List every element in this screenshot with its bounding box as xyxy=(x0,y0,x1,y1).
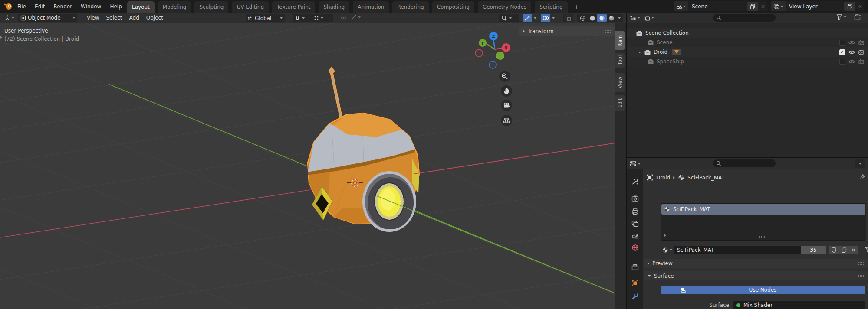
scene-copy-button[interactable] xyxy=(747,2,758,11)
properties-search-input[interactable] xyxy=(713,159,776,167)
tab-rendering[interactable]: Rendering xyxy=(392,1,428,13)
pan-hand-button[interactable] xyxy=(501,85,512,97)
shading-material-button[interactable] xyxy=(597,14,607,22)
gizmo-axis-z-neg[interactable] xyxy=(489,61,497,69)
gizmo-axis-z[interactable]: Z xyxy=(489,32,498,40)
outliner-row-scene-collection[interactable]: Scene Collection xyxy=(627,28,868,38)
panel-drag-handle[interactable] xyxy=(605,29,611,33)
properties-options-dropdown[interactable] xyxy=(855,159,865,168)
gizmo-axis-y[interactable]: Y xyxy=(479,39,487,47)
expand-arrow-icon[interactable] xyxy=(639,49,641,55)
sidebar-tab-edit[interactable]: Edit xyxy=(615,95,625,111)
outliner-filter-dropdown[interactable] xyxy=(836,14,846,20)
proportional-falloff-dropdown[interactable] xyxy=(351,14,361,20)
browse-material-button[interactable] xyxy=(661,246,674,254)
tab-tool-icon[interactable] xyxy=(631,177,639,185)
shading-wireframe-button[interactable] xyxy=(578,14,588,22)
add-workspace-button[interactable]: + xyxy=(571,1,582,13)
tab-view-layer-icon[interactable] xyxy=(631,219,639,228)
snap-target-dropdown[interactable] xyxy=(312,14,333,22)
surface-panel-header[interactable]: Surface xyxy=(644,271,868,280)
mesh-data-badge[interactable] xyxy=(672,49,681,55)
zoom-button[interactable] xyxy=(499,71,510,82)
panel-drag-handle[interactable] xyxy=(858,262,864,265)
tab-shading[interactable]: Shading xyxy=(319,1,349,13)
material-users-count-button[interactable]: 35 xyxy=(801,246,826,254)
tab-scene-icon[interactable] xyxy=(631,231,639,240)
breadcrumb-object[interactable]: Droid xyxy=(656,175,670,181)
exclude-checkbox[interactable] xyxy=(839,40,845,46)
outliner-row-scene[interactable]: Scene xyxy=(627,38,868,47)
tab-modeling[interactable]: Modeling xyxy=(158,1,191,13)
menu-add[interactable]: Add xyxy=(126,13,143,23)
view-layer-remove-button[interactable]: × xyxy=(856,1,865,11)
xray-toggle[interactable] xyxy=(563,14,573,22)
tab-compositing[interactable]: Compositing xyxy=(432,1,474,13)
overlays-toggle[interactable] xyxy=(541,14,550,22)
outliner-row-droid[interactable]: Droid ✓ xyxy=(627,47,868,57)
shading-rendered-button[interactable] xyxy=(607,14,616,22)
material-slot-list[interactable]: SciFiPack_MAT xyxy=(661,203,866,241)
menu-object[interactable]: Object xyxy=(143,13,167,23)
editor-type-button[interactable] xyxy=(3,15,16,21)
tab-sculpting[interactable]: Sculpting xyxy=(194,1,228,13)
tab-collection-icon[interactable] xyxy=(631,263,639,271)
hide-eye-icon[interactable] xyxy=(848,50,855,55)
material-name-field[interactable]: SciFiPack_MAT xyxy=(674,246,801,254)
gizmos-dropdown[interactable] xyxy=(532,14,538,22)
gizmo-axis-x[interactable]: X xyxy=(502,43,510,52)
outliner-filter-id-dropdown[interactable] xyxy=(644,15,654,21)
exclude-checkbox[interactable] xyxy=(839,59,845,65)
unlink-material-button[interactable]: × xyxy=(849,246,858,254)
material-link-dropdown[interactable] xyxy=(865,247,868,253)
transform-panel-header[interactable]: Transform xyxy=(519,26,615,36)
shading-solid-button[interactable] xyxy=(588,14,597,22)
mode-selector[interactable]: Object Mode xyxy=(18,14,77,22)
view-layer-copy-button[interactable] xyxy=(844,2,855,11)
shading-dropdown[interactable] xyxy=(616,14,622,22)
new-collection-button[interactable] xyxy=(854,14,862,21)
gizmo-axis-y-neg[interactable] xyxy=(496,52,504,60)
menu-help[interactable]: Help xyxy=(105,0,126,13)
viewport-3d[interactable]: User Perspective (72) Scene Collection |… xyxy=(0,23,626,309)
snap-toggle[interactable] xyxy=(293,14,312,22)
outliner-search-input[interactable] xyxy=(713,14,776,22)
disable-render-camera-icon[interactable] xyxy=(858,59,865,64)
use-nodes-button[interactable]: Use Nodes xyxy=(661,286,865,294)
tab-texture-paint[interactable]: Texture Paint xyxy=(272,1,315,13)
menu-view[interactable]: View xyxy=(83,13,102,23)
material-slot-active[interactable]: SciFiPack_MAT xyxy=(661,204,865,215)
tab-animation[interactable]: Animation xyxy=(353,1,389,13)
tab-scripting[interactable]: Scripting xyxy=(535,1,567,13)
menu-window[interactable]: Window xyxy=(76,0,105,13)
disable-render-camera-icon[interactable] xyxy=(858,49,865,55)
tab-object-icon[interactable] xyxy=(631,279,639,287)
preview-panel-header[interactable]: Preview xyxy=(644,259,868,268)
outliner-display-mode-dropdown[interactable] xyxy=(630,15,640,21)
fake-user-shield-button[interactable] xyxy=(829,246,839,254)
hide-eye-icon[interactable] xyxy=(848,59,855,64)
menu-edit[interactable]: Edit xyxy=(30,0,49,13)
properties-editor-icon[interactable] xyxy=(630,160,637,167)
transform-orientation-dropdown[interactable]: Global xyxy=(246,14,285,22)
blender-logo-icon[interactable] xyxy=(3,2,13,10)
menu-select[interactable]: Select xyxy=(102,13,125,23)
tab-world-icon[interactable] xyxy=(631,243,639,252)
overlays-dropdown[interactable] xyxy=(550,14,556,22)
sidebar-tab-item[interactable]: Item xyxy=(615,31,625,50)
surface-shader-field[interactable]: Mix Shader xyxy=(733,301,865,309)
exclude-checkbox[interactable]: ✓ xyxy=(839,49,845,55)
proportional-editing-toggle[interactable] xyxy=(339,14,348,22)
new-material-copy-button[interactable] xyxy=(839,246,849,254)
list-resize-handle[interactable] xyxy=(759,235,765,238)
view-layer-name[interactable]: View Layer xyxy=(786,1,844,11)
tab-geometry-nodes[interactable]: Geometry Nodes xyxy=(478,1,531,13)
tab-uv-editing[interactable]: UV Editing xyxy=(232,1,269,13)
tab-output-icon[interactable] xyxy=(631,207,639,216)
menu-file[interactable]: File xyxy=(13,0,30,13)
pin-icon[interactable] xyxy=(859,174,865,180)
menu-render[interactable]: Render xyxy=(49,0,76,13)
tab-layout[interactable]: Layout xyxy=(127,1,155,13)
breadcrumb-material[interactable]: SciFiPack_MAT xyxy=(687,175,724,181)
camera-view-button[interactable] xyxy=(501,100,512,111)
